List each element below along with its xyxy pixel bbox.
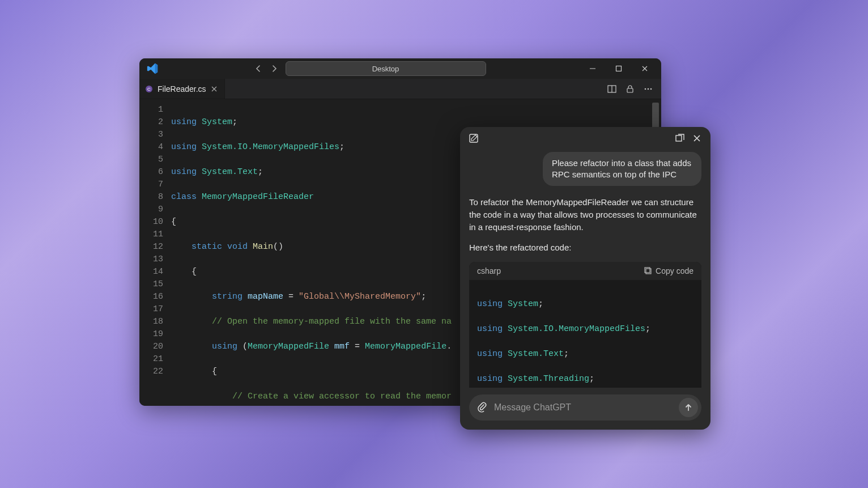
token: System — [202, 117, 232, 127]
popout-icon[interactable] — [674, 133, 686, 144]
tab-close-icon[interactable] — [211, 85, 219, 93]
line-number: 13 — [139, 253, 163, 266]
token: void — [227, 242, 248, 252]
copy-code-label: Copy code — [656, 266, 693, 275]
minimize-button[interactable] — [580, 58, 606, 79]
token: class — [171, 192, 197, 202]
token: MemoryMappedFile — [365, 342, 446, 351]
token: using — [477, 299, 503, 309]
token: MemoryMappedFile — [248, 342, 329, 351]
line-number: 19 — [139, 328, 163, 341]
close-button[interactable] — [632, 58, 658, 79]
token: using — [212, 342, 237, 351]
line-number: 1 — [139, 104, 163, 116]
token: ; — [232, 117, 237, 127]
token: // Open the memory-mapped file with the … — [212, 317, 452, 326]
chat-titlebar — [460, 127, 710, 150]
maximize-button[interactable] — [606, 58, 632, 79]
chat-input-wrap — [469, 394, 701, 421]
token: ; — [421, 292, 426, 302]
editor-actions — [599, 79, 661, 99]
search-text: Desktop — [372, 65, 399, 73]
token: ( — [237, 342, 248, 351]
csharp-file-icon: C — [145, 85, 153, 93]
svg-rect-10 — [676, 135, 682, 141]
split-editor-icon[interactable] — [607, 84, 617, 94]
svg-rect-0 — [616, 66, 622, 71]
user-message-bubble: Please refactor into a class that adds R… — [543, 152, 701, 186]
line-number: 21 — [139, 353, 163, 366]
token: using — [171, 117, 197, 127]
token: System — [508, 299, 538, 309]
code-block: csharp Copy code using System; using Sys… — [469, 262, 701, 388]
token: { — [212, 367, 217, 376]
editor-tab[interactable]: C FileReader.cs — [139, 79, 225, 99]
token: using — [171, 167, 197, 177]
chat-input-row — [460, 388, 710, 430]
more-actions-icon[interactable] — [643, 84, 653, 94]
svg-point-7 — [648, 88, 649, 90]
code-block-body[interactable]: using System; using System.IO.MemoryMapp… — [469, 280, 701, 388]
token: mmf — [329, 342, 350, 351]
token: System.Text — [508, 349, 564, 359]
tab-bar: C FileReader.cs — [139, 79, 661, 99]
line-number: 2 — [139, 116, 163, 129]
token: System.Threading — [508, 374, 589, 384]
token: ; — [645, 324, 650, 334]
token: System.IO.MemoryMappedFiles — [508, 324, 645, 334]
token: ; — [564, 349, 569, 359]
command-center-search[interactable]: Desktop — [286, 61, 486, 76]
send-button[interactable] — [679, 398, 698, 417]
token: using — [477, 349, 503, 359]
new-chat-icon[interactable] — [468, 133, 479, 144]
token: "Global\\MySharedMemory" — [299, 292, 421, 302]
attachment-icon[interactable] — [476, 401, 488, 414]
line-number: 15 — [139, 278, 163, 291]
close-chat-icon[interactable] — [691, 133, 703, 144]
svg-point-6 — [645, 88, 646, 90]
line-number: 16 — [139, 291, 163, 303]
copy-code-button[interactable]: Copy code — [644, 266, 693, 275]
line-number: 9 — [139, 203, 163, 216]
token: () — [273, 242, 283, 252]
code-language-label: csharp — [477, 266, 501, 275]
nav-arrows — [253, 63, 280, 74]
token: static — [192, 242, 222, 252]
line-number: 10 — [139, 216, 163, 228]
line-number: 3 — [139, 129, 163, 141]
line-number: 6 — [139, 166, 163, 179]
token: { — [192, 267, 197, 277]
token: MemoryMappedFileReader — [202, 192, 314, 202]
svg-rect-5 — [627, 88, 633, 92]
window-controls — [580, 58, 658, 79]
titlebar: Desktop — [139, 58, 661, 79]
svg-point-8 — [650, 88, 652, 90]
token: using — [477, 324, 503, 334]
nav-forward-icon[interactable] — [269, 63, 280, 74]
chat-input[interactable] — [494, 402, 673, 413]
line-number: 8 — [139, 191, 163, 203]
line-number: 22 — [139, 366, 163, 378]
token: string — [212, 292, 242, 302]
token: . — [446, 342, 452, 351]
line-gutter: 1 2 3 4 5 6 7 8 9 10 11 12 13 14 15 16 1… — [139, 99, 171, 406]
assistant-paragraph: Here's the refactored code: — [469, 241, 701, 254]
token: mapName — [248, 292, 283, 302]
line-number: 4 — [139, 141, 163, 154]
user-message-text: Please refactor into a class that adds R… — [552, 158, 691, 179]
chat-body: Please refactor into a class that adds R… — [460, 150, 710, 388]
vscode-logo-icon — [146, 62, 159, 75]
line-number: 12 — [139, 241, 163, 253]
nav-back-icon[interactable] — [253, 63, 264, 74]
token: System.Text — [202, 167, 258, 177]
token: // Create a view accessor to read the me… — [232, 392, 452, 401]
lock-icon[interactable] — [625, 84, 635, 94]
assistant-paragraph: To refactor the MemoryMappedFileReader w… — [469, 196, 701, 234]
token: { — [171, 217, 176, 227]
line-number: 7 — [139, 179, 163, 191]
token: using — [477, 374, 503, 384]
line-number: 11 — [139, 228, 163, 241]
token: Main — [253, 242, 273, 252]
token: using — [171, 142, 197, 152]
token: ; — [339, 142, 344, 152]
